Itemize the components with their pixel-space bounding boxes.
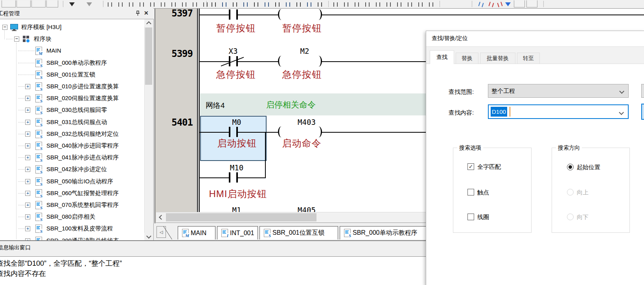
toolbar-button-stub[interactable] bbox=[408, 2, 412, 7]
tree-item[interactable]: +SSBR_200通讯读取总线状态 bbox=[0, 236, 144, 240]
dialog-tab-inactive[interactable]: 批量替换 bbox=[480, 53, 515, 64]
checkbox-unchecked[interactable] bbox=[467, 214, 474, 220]
toolbar-button-stub[interactable] bbox=[118, 2, 123, 7]
toolbar-button-stub[interactable] bbox=[129, 2, 133, 7]
coil[interactable] bbox=[278, 56, 285, 67]
ladder-tool-icon[interactable] bbox=[497, 2, 503, 7]
toolbar-button-stub[interactable] bbox=[150, 2, 155, 7]
coil[interactable] bbox=[278, 126, 285, 137]
coil[interactable] bbox=[278, 9, 285, 20]
toolbar-button-stub[interactable] bbox=[203, 2, 208, 7]
scroll-left-button[interactable] bbox=[157, 213, 164, 221]
doc-tab[interactable]: MMAIN bbox=[178, 226, 215, 239]
editor-hscrollbar[interactable] bbox=[156, 212, 426, 223]
tree-item[interactable]: SSBR_000单动示教程序 bbox=[0, 58, 144, 68]
tree-item[interactable]: +SSBR_032总线伺服绝对定位 bbox=[0, 130, 144, 139]
tree-expander-plus[interactable]: + bbox=[25, 191, 30, 196]
tree-expander-plus[interactable]: + bbox=[25, 179, 30, 184]
dialog-tab-inactive[interactable]: 替换 bbox=[456, 53, 478, 64]
toolbar-button-stub[interactable] bbox=[397, 2, 401, 7]
tree-expander-plus[interactable]: + bbox=[25, 108, 30, 113]
toolbar-button-stub[interactable] bbox=[376, 2, 380, 7]
find-next-button-partial[interactable] bbox=[641, 104, 644, 120]
tree-item[interactable]: +SSBR_031总线伺服点动 bbox=[0, 118, 144, 127]
toolbar-button-stub[interactable] bbox=[386, 2, 391, 7]
tree-expander-plus[interactable]: + bbox=[25, 143, 30, 148]
radio-unselected[interactable] bbox=[567, 214, 574, 220]
tree-item[interactable]: +SSBR_080启停相关 bbox=[0, 212, 144, 222]
toolbar-button-stub[interactable] bbox=[171, 2, 176, 7]
toolbar-button-stub[interactable] bbox=[275, 2, 280, 7]
dialog-tab-inactive[interactable]: 转至 bbox=[517, 53, 540, 64]
tree-item[interactable]: +SSBR_030总线伺服回零 bbox=[0, 106, 144, 115]
toolbar-button-stub[interactable] bbox=[418, 2, 423, 7]
radio-selected[interactable] bbox=[567, 164, 574, 170]
tree-item[interactable]: +SSBR_041脉冲步进点动程序 bbox=[0, 153, 144, 163]
toolbar-button-stub[interactable] bbox=[333, 2, 338, 7]
arrow-down-icon[interactable] bbox=[69, 2, 75, 6]
toolbar-button-stub[interactable] bbox=[286, 2, 290, 7]
tree-expander-plus[interactable]: + bbox=[25, 226, 30, 231]
close-icon[interactable]: ✕ bbox=[144, 10, 149, 16]
tree-item[interactable]: +SSBR_040脉冲步进回零程序 bbox=[0, 141, 144, 151]
tree-item[interactable]: −程序块 bbox=[0, 35, 144, 44]
ladder-tool-icon[interactable] bbox=[489, 2, 494, 7]
tree-item[interactable]: SSBR_001位置互锁 bbox=[0, 70, 144, 80]
toolbar-button-stub[interactable] bbox=[17, 0, 31, 7]
tree-expander-plus[interactable]: + bbox=[25, 203, 30, 208]
find-button-partial[interactable] bbox=[641, 84, 644, 98]
contact-no[interactable] bbox=[229, 172, 230, 183]
tree-expander-plus[interactable]: + bbox=[25, 120, 30, 125]
tree-expander-plus[interactable]: + bbox=[25, 84, 30, 89]
contact-no[interactable] bbox=[229, 9, 230, 20]
toolbar-button-stub[interactable] bbox=[31, 0, 46, 7]
toolbar-button-stub[interactable] bbox=[254, 2, 258, 7]
tree-expander-minus[interactable]: − bbox=[2, 25, 7, 30]
tree-scrollbar-thumb[interactable] bbox=[145, 27, 152, 85]
toolbar-button-stub[interactable] bbox=[161, 2, 165, 7]
tree-item[interactable]: +SSBR_070系统整机回零程序 bbox=[0, 201, 144, 210]
toolbar-button-stub[interactable] bbox=[46, 0, 58, 7]
tree-expander-minus[interactable]: − bbox=[14, 37, 19, 42]
toolbar-button-stub[interactable] bbox=[140, 2, 144, 7]
contact-nc[interactable] bbox=[229, 56, 230, 66]
toolbar-button-stub[interactable] bbox=[514, 0, 525, 7]
tree-item[interactable]: +SSBR_042脉冲步进定位 bbox=[0, 165, 144, 174]
scroll-down-button[interactable] bbox=[144, 233, 153, 240]
toolbar-button-stub[interactable] bbox=[243, 2, 248, 7]
toolbar-button-stub[interactable] bbox=[365, 2, 370, 7]
toolbar-button-stub[interactable] bbox=[233, 2, 237, 7]
tree-item[interactable]: +SSBR_010步进位置速度换算 bbox=[0, 82, 144, 91]
toolbar-button-stub[interactable] bbox=[429, 2, 433, 7]
toolbar-button-stub[interactable] bbox=[265, 2, 269, 7]
tree-item[interactable]: +SSBR_020伺服位置速度换算 bbox=[0, 94, 144, 103]
pin-icon[interactable] bbox=[135, 11, 141, 16]
tree-expander-plus[interactable]: + bbox=[25, 96, 30, 101]
toolbar-button-stub[interactable] bbox=[344, 2, 348, 7]
toolbar-button-stub[interactable] bbox=[318, 2, 322, 7]
tree-expander-plus[interactable]: + bbox=[25, 167, 30, 172]
tree-item[interactable]: +SSBR_060气缸报警处理程序 bbox=[0, 189, 144, 198]
checkbox-checked[interactable]: ✓ bbox=[467, 163, 474, 170]
tree-item[interactable]: +SSBR_050输出IO点动程序 bbox=[0, 177, 144, 186]
toolbar-button-stub[interactable] bbox=[355, 2, 359, 7]
dialog-tab-active[interactable]: 查找 bbox=[430, 50, 454, 64]
toolbar-button-stub[interactable] bbox=[222, 2, 226, 7]
search-input[interactable]: D100 bbox=[488, 104, 629, 119]
scroll-up-button[interactable] bbox=[144, 19, 153, 27]
toolbar-button-stub[interactable] bbox=[182, 2, 186, 7]
hscrollbar-thumb[interactable] bbox=[166, 213, 316, 221]
radio-unselected[interactable] bbox=[567, 189, 574, 195]
checkbox-unchecked[interactable] bbox=[467, 189, 474, 195]
toolbar-button-stub[interactable] bbox=[307, 2, 311, 7]
tree-expander-plus[interactable]: + bbox=[25, 155, 30, 160]
tree-expander-plus[interactable]: + bbox=[25, 132, 30, 137]
scope-combobox[interactable]: 整个工程 bbox=[488, 84, 629, 98]
ladder-tool-icon[interactable] bbox=[478, 2, 484, 7]
tree-item[interactable]: MMAIN bbox=[0, 46, 144, 56]
toolbar-button-stub[interactable] bbox=[212, 2, 216, 7]
toolbar-button-stub[interactable] bbox=[2, 0, 16, 7]
toolbar-button-stub[interactable] bbox=[526, 0, 537, 7]
tree-item[interactable]: +SSBR_100发料及皮带流程 bbox=[0, 224, 144, 234]
tree-item[interactable]: −程序模板 [H3U] bbox=[0, 23, 144, 32]
